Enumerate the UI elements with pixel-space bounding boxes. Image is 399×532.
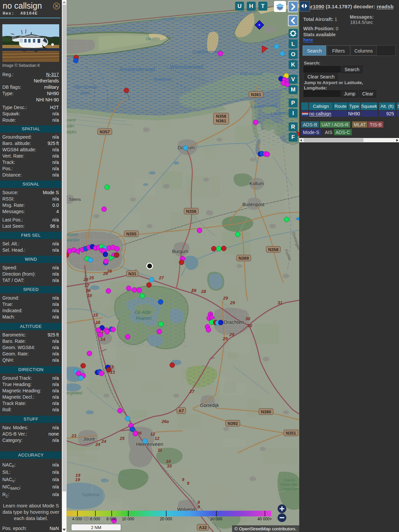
svg-text:4 000: 4 000 [72,517,82,521]
svg-text:N361: N361 [216,118,226,123]
svg-text:Leggelden: Leggelden [281,487,298,491]
svg-text:abasis: abasis [66,232,78,237]
svg-text:10: 10 [167,464,172,468]
svg-text:A7: A7 [179,408,184,413]
svg-text:27: 27 [189,389,195,394]
svg-text:2 NM: 2 NM [91,525,101,530]
svg-text:12: 12 [155,436,160,441]
svg-text:24: 24 [95,442,100,447]
svg-text:27: 27 [159,275,164,280]
svg-text:Piet Scheve: Piet Scheve [74,84,97,89]
svg-text:itendyks: itendyks [66,129,76,134]
svg-text:N356: N356 [186,209,196,214]
svg-text:25: 25 [83,277,88,282]
svg-text:© OpenStreetMap contributors.: © OpenStreetMap contributors. [234,526,297,531]
svg-text:Friese Wo: Friese Wo [280,482,297,486]
svg-text:10: 10 [166,459,171,464]
svg-text:N358: N358 [216,114,226,119]
svg-text:Engelsmanplaat: Engelsmanplaat [193,50,221,54]
svg-text:25: 25 [119,436,125,441]
svg-text:40 000+: 40 000+ [257,517,272,521]
svg-text:28: 28 [201,289,206,294]
svg-text:N31: N31 [128,271,136,276]
svg-text:19: 19 [75,477,80,482]
svg-text:30: 30 [247,323,252,328]
svg-text:11: 11 [158,448,162,453]
svg-text:Eilanderbult: Eilanderbult [240,71,263,76]
svg-text:30 000: 30 000 [210,517,222,521]
svg-text:31: 31 [278,300,282,305]
svg-text:N361: N361 [251,92,261,97]
svg-text:8: 8 [198,500,200,505]
svg-text:30: 30 [245,316,250,321]
svg-text:15: 15 [93,313,98,318]
svg-text:26a: 26a [161,419,169,424]
svg-text:Drachten: Drachten [224,319,244,325]
svg-text:9: 9 [187,481,190,486]
svg-text:ergebied: ergebied [66,391,82,395]
svg-text:Buitenpost: Buitenpost [242,202,264,207]
svg-text:N380: N380 [261,409,271,414]
svg-text:29: 29 [222,336,228,341]
svg-text:8 000: 8 000 [106,517,116,521]
svg-text:6 000: 6 000 [90,517,100,521]
svg-text:20 000: 20 000 [160,517,172,521]
svg-text:Joure: Joure [83,436,95,442]
svg-text:25: 25 [89,275,94,280]
svg-text:Noard-: Noard- [66,117,77,122]
svg-text:Stiens: Stiens [69,197,81,202]
svg-text:29: 29 [229,332,234,337]
svg-text:9: 9 [182,477,185,482]
svg-text:Heerenveen: Heerenveen [136,441,163,447]
svg-text:15: 15 [95,320,100,325]
svg-text:8: 8 [198,504,200,509]
svg-text:29: 29 [223,296,228,301]
svg-text:De Alde: De Alde [135,310,151,315]
svg-text:Feanen: Feanen [136,316,152,321]
svg-text:A32: A32 [199,525,207,530]
svg-text:Amelanderwad: Amelanderwad [119,66,155,72]
svg-text:Drents-: Drents- [284,478,296,482]
svg-text:N358: N358 [268,247,278,252]
svg-text:24: 24 [101,439,106,444]
svg-text:N351: N351 [286,431,296,436]
svg-text:Tsjûkemar: Tsjûkemar [82,492,100,497]
svg-text:De Hôn: De Hôn [146,37,160,41]
svg-text:10 000: 10 000 [122,517,134,521]
svg-text:N392: N392 [227,421,238,426]
svg-text:warden: warden [66,238,80,242]
svg-text:Gorredijk: Gorredijk [200,403,219,408]
svg-text:plaat: plaat [80,90,90,95]
svg-text:Wierumerwad: Wierumerwad [170,64,203,70]
svg-text:Burgum: Burgum [172,249,188,254]
svg-text:Heideveld: Heideveld [153,77,171,82]
svg-text:N369: N369 [238,256,249,261]
svg-text:N357: N357 [99,129,110,134]
svg-text:N355: N355 [126,231,136,236]
svg-text:Kollum: Kollum [250,181,264,186]
svg-text:14: 14 [100,337,105,342]
svg-text:26: 26 [107,269,112,274]
svg-text:29: 29 [230,300,235,305]
svg-text:Fryslân: Fryslân [66,123,74,128]
svg-text:28: 28 [191,288,197,293]
svg-text:16: 16 [86,288,91,293]
svg-text:23: 23 [71,433,76,438]
svg-text:17: 17 [84,283,89,288]
svg-text:16: 16 [87,293,92,298]
svg-text:Fryslân: Fryslân [161,16,176,22]
